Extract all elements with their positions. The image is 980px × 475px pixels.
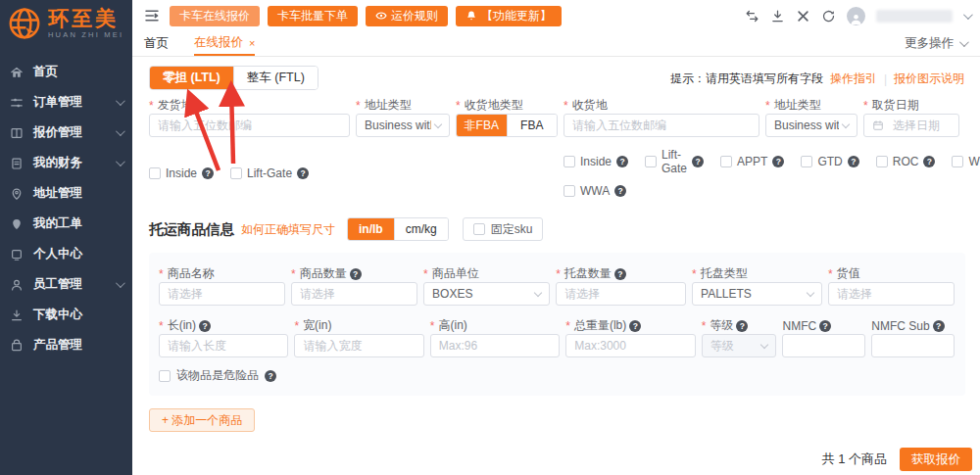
cargo-value-input[interactable] xyxy=(828,282,955,306)
sidebar-item-tickets[interactable]: 我的工单 xyxy=(0,209,132,239)
dest-wgd-checkbox[interactable]: WGD xyxy=(952,148,980,175)
hazard-checkbox[interactable]: 该物品是危险品 xyxy=(159,367,955,384)
checkbox[interactable] xyxy=(645,156,657,167)
truck-batch-order-button[interactable]: 卡车批量下单 xyxy=(268,6,358,26)
help-icon[interactable] xyxy=(199,320,211,332)
length-input[interactable] xyxy=(159,334,288,357)
calendar-icon xyxy=(872,119,884,131)
unit-inlb-button[interactable]: in/lb xyxy=(348,218,394,240)
ship-from-input[interactable] xyxy=(149,114,350,137)
checkbox[interactable] xyxy=(473,223,485,235)
sidebar-item-profile[interactable]: 个人中心 xyxy=(0,239,132,269)
dest-gtd-checkbox[interactable]: GTD xyxy=(801,148,858,175)
user-name-blurred[interactable] xyxy=(876,10,953,23)
item-qty-input[interactable] xyxy=(291,282,417,306)
checkbox[interactable] xyxy=(720,156,732,167)
rate-rules-button[interactable]: 运价规则 xyxy=(366,6,448,26)
item-unit-select[interactable]: BOXES xyxy=(423,282,550,306)
checkbox[interactable] xyxy=(159,370,171,382)
sidebar-item-products[interactable]: 产品管理 xyxy=(0,330,132,360)
help-icon[interactable] xyxy=(819,320,831,332)
feature-update-button[interactable]: 【功能更新】 xyxy=(456,6,562,26)
sidebar-item-finance[interactable]: 我的财务 xyxy=(0,148,132,178)
checkbox[interactable] xyxy=(801,156,812,167)
more-actions-dropdown[interactable]: 更多操作 xyxy=(905,31,966,56)
dest-appt-checkbox[interactable]: APPT xyxy=(720,148,784,175)
checkbox[interactable] xyxy=(564,185,575,197)
item-name-input[interactable] xyxy=(159,282,285,306)
help-icon[interactable] xyxy=(933,320,945,332)
language-switch-icon[interactable] xyxy=(745,9,760,24)
help-icon[interactable] xyxy=(772,156,784,167)
dest-roc-checkbox[interactable]: ROC xyxy=(876,148,936,175)
help-icon[interactable] xyxy=(923,156,935,167)
width-input[interactable] xyxy=(294,334,423,357)
dest-liftgate-checkbox[interactable]: Lift-Gate xyxy=(645,148,704,175)
height-input[interactable] xyxy=(430,334,560,357)
help-icon[interactable] xyxy=(202,167,214,179)
help-icon[interactable] xyxy=(614,268,626,280)
fba-button[interactable]: FBA xyxy=(507,115,558,136)
pickup-date-picker[interactable]: 选择日期 xyxy=(863,114,959,137)
operation-guide-link[interactable]: 操作指引 xyxy=(830,71,877,87)
sidebar-item-quotes[interactable]: 报价管理 xyxy=(0,118,132,148)
help-icon[interactable] xyxy=(614,185,626,197)
sidebar-item-home[interactable]: 首页 xyxy=(0,57,132,87)
checkbox[interactable] xyxy=(230,167,242,179)
nmfc-sub-input[interactable] xyxy=(871,334,955,357)
avatar[interactable] xyxy=(847,7,865,25)
from-address-type-select[interactable]: Business with Dock xyxy=(356,114,450,137)
sidebar-item-orders[interactable]: 订单管理 xyxy=(0,87,132,118)
help-icon[interactable] xyxy=(629,320,641,332)
download-center-icon[interactable] xyxy=(770,9,785,24)
weight-input[interactable] xyxy=(565,334,695,357)
tab-ftl[interactable]: 整车 (FTL) xyxy=(233,67,318,89)
help-icon[interactable] xyxy=(616,156,628,167)
pallet-type-select[interactable]: PALLETS xyxy=(692,282,822,306)
dest-wwa-checkbox[interactable]: WWA xyxy=(564,184,626,198)
tab-online-quote[interactable]: 在线报价 × xyxy=(194,31,255,56)
origin-liftgate-checkbox[interactable]: Lift-Gate xyxy=(230,148,309,198)
nmfc-input[interactable] xyxy=(782,334,865,357)
help-icon[interactable] xyxy=(297,167,309,179)
sidebar-item-staff[interactable]: 员工管理 xyxy=(0,269,132,300)
finance-doc-icon xyxy=(10,157,24,170)
origin-inside-checkbox[interactable]: Inside xyxy=(149,148,214,198)
help-icon[interactable] xyxy=(350,268,362,280)
ship-to-input[interactable] xyxy=(564,114,760,137)
tab-home[interactable]: 首页 xyxy=(144,31,169,56)
refresh-icon[interactable] xyxy=(821,9,836,24)
help-icon[interactable] xyxy=(265,370,276,382)
non-fba-button[interactable]: 非FBA xyxy=(457,115,507,136)
help-icon[interactable] xyxy=(736,320,748,332)
language-hint: 提示：请用英语填写所有字段 操作指引 | 报价图示说明 xyxy=(670,71,964,87)
class-select[interactable]: 等级 xyxy=(702,334,777,357)
dest-inside-checkbox[interactable]: Inside xyxy=(564,148,628,175)
unit-cmkg-button[interactable]: cm/kg xyxy=(394,218,448,240)
to-address-type-select[interactable]: Business with Dock xyxy=(765,114,858,137)
sidebar-fold-icon[interactable] xyxy=(144,8,160,24)
help-icon[interactable] xyxy=(848,156,859,167)
tab-ltl[interactable]: 零担 (LTL) xyxy=(150,67,233,89)
chevron-down-icon[interactable] xyxy=(963,10,973,20)
get-quote-button[interactable]: 获取报价 xyxy=(900,448,972,471)
dest-category-toggle: 非FBA FBA xyxy=(456,114,558,137)
fixed-sku-checkbox[interactable]: 固定sku xyxy=(463,217,544,241)
checkbox[interactable] xyxy=(564,156,575,167)
brand-logo[interactable]: 环至美 HUAN ZHI MEI xyxy=(0,0,132,49)
sidebar-item-address[interactable]: 地址管理 xyxy=(0,178,132,209)
size-help-link[interactable]: 如何正确填写尺寸 xyxy=(241,221,335,238)
quote-diagram-link[interactable]: 报价图示说明 xyxy=(894,71,964,87)
checkbox[interactable] xyxy=(952,156,963,167)
sidebar-item-downloads[interactable]: 下载中心 xyxy=(0,300,132,330)
fullscreen-icon[interactable] xyxy=(796,9,810,24)
help-icon[interactable] xyxy=(692,156,704,167)
checkbox[interactable] xyxy=(876,156,888,167)
cargo-row-2: 长(in) 宽(in) 高(in) 总重量(lb) xyxy=(159,317,955,357)
add-item-button[interactable]: + 添加一个商品 xyxy=(149,408,255,432)
checkbox[interactable] xyxy=(149,167,161,179)
to-address-type-label: 地址类型 xyxy=(765,97,858,114)
close-icon[interactable]: × xyxy=(249,37,255,49)
truck-online-quote-button[interactable]: 卡车在线报价 xyxy=(170,6,260,26)
pallet-qty-input[interactable] xyxy=(556,282,686,306)
